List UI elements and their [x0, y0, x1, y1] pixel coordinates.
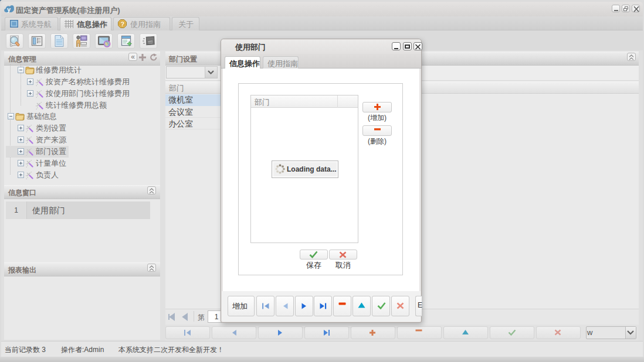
svg-text:y: y — [7, 6, 11, 13]
svg-text:?: ? — [121, 21, 125, 28]
